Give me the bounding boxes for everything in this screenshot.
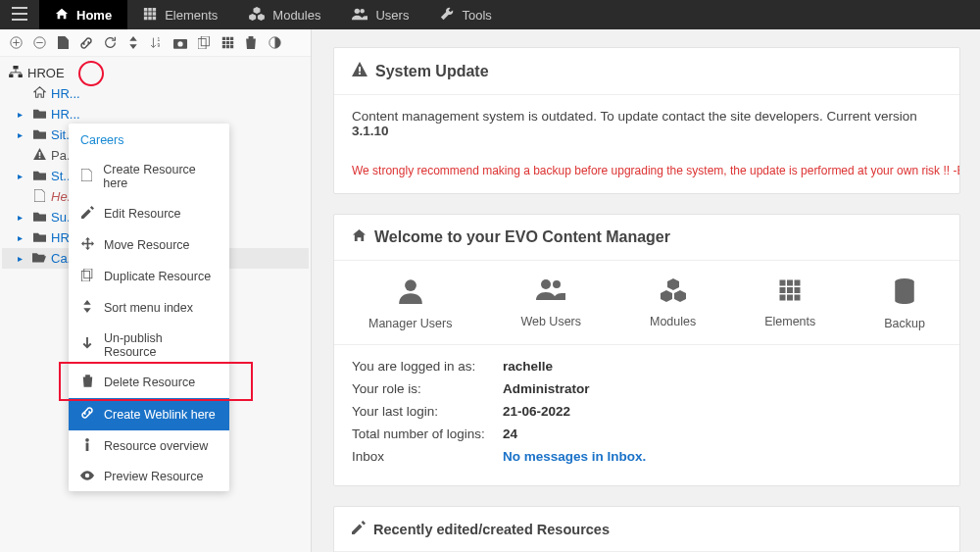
context-resource-overview[interactable]: Resource overview bbox=[69, 430, 229, 462]
version-number: 3.1.10 bbox=[352, 124, 389, 138]
tree-item[interactable]: HR... bbox=[2, 83, 309, 104]
main-content: System Update Content management system … bbox=[312, 29, 980, 552]
home-icon bbox=[352, 228, 367, 246]
expand-icon[interactable] bbox=[6, 33, 25, 53]
expand-arrow-icon[interactable]: ▸ bbox=[18, 171, 27, 181]
dash-modules[interactable]: Modules bbox=[650, 278, 696, 330]
context-item-label: Create Weblink here bbox=[104, 408, 216, 422]
svg-rect-8 bbox=[198, 38, 206, 49]
new-file-icon[interactable] bbox=[53, 33, 73, 53]
context-move-resource[interactable]: Move Resource bbox=[69, 229, 229, 261]
warning-icon bbox=[352, 62, 368, 80]
camera-icon[interactable] bbox=[171, 33, 190, 53]
dash-backup[interactable]: Backup bbox=[884, 278, 925, 330]
expand-arrow-icon[interactable]: ▸ bbox=[18, 129, 27, 140]
copy-icon[interactable] bbox=[194, 33, 214, 53]
db-icon bbox=[884, 278, 925, 311]
sort-icon[interactable] bbox=[123, 33, 143, 53]
panel-title: Recently edited/created Resources bbox=[373, 522, 610, 537]
tree-root-label: HROE bbox=[27, 66, 65, 80]
context-item-label: Sort menu index bbox=[104, 301, 193, 315]
link-icon[interactable] bbox=[76, 33, 96, 53]
info-icon bbox=[80, 438, 94, 454]
file-icon bbox=[80, 169, 93, 184]
tree-item[interactable]: ▸HR... bbox=[2, 104, 309, 125]
cubes-icon bbox=[650, 278, 696, 309]
nav-home[interactable]: Home bbox=[39, 0, 127, 29]
info-row: Your role is:Administrator bbox=[352, 381, 942, 396]
info-row: You are logged in as:rachelle bbox=[352, 359, 942, 374]
sidebar: 19 HROE HR...▸HR...▸Sit...Pa...▸St...He.… bbox=[0, 29, 312, 552]
svg-rect-22 bbox=[359, 73, 361, 75]
move-icon bbox=[80, 237, 94, 253]
info-key: Your last login: bbox=[352, 404, 503, 419]
context-un-publish-resource[interactable]: Un-publish Resource bbox=[69, 324, 229, 367]
context-preview-resource[interactable]: Preview Resource bbox=[69, 462, 229, 491]
context-item-label: Resource overview bbox=[104, 439, 208, 453]
expand-arrow-icon[interactable]: ▸ bbox=[18, 109, 27, 120]
info-value: 24 bbox=[503, 427, 517, 441]
nav-label: Home bbox=[76, 8, 112, 23]
dash-label: Manager Users bbox=[368, 317, 452, 330]
link-icon bbox=[80, 406, 94, 423]
context-create-weblink-here[interactable]: Create Weblink here bbox=[69, 398, 229, 430]
info-row: InboxNo messages in Inbox. bbox=[352, 449, 942, 464]
folder-open-icon bbox=[31, 252, 47, 266]
context-item-label: Delete Resource bbox=[104, 376, 195, 389]
grid-icon[interactable] bbox=[218, 33, 237, 53]
nav-label: Elements bbox=[165, 8, 218, 23]
sitemap-icon bbox=[8, 66, 24, 80]
wrench-icon bbox=[440, 7, 454, 24]
svg-text:9: 9 bbox=[157, 43, 160, 48]
info-key: Total number of logins: bbox=[352, 427, 503, 441]
tree-toolbar: 19 bbox=[0, 29, 311, 57]
refresh-icon[interactable] bbox=[100, 33, 120, 53]
context-sort-menu-index[interactable]: Sort menu index bbox=[69, 292, 229, 324]
dash-web-users[interactable]: Web Users bbox=[520, 278, 581, 330]
nav-label: Tools bbox=[462, 8, 491, 23]
context-duplicate-resource[interactable]: Duplicate Resource bbox=[69, 261, 229, 292]
nav-users[interactable]: Users bbox=[336, 0, 424, 29]
nav-modules[interactable]: Modules bbox=[233, 0, 336, 29]
grid-icon bbox=[143, 7, 157, 24]
context-delete-resource[interactable]: Delete Resource bbox=[69, 367, 229, 398]
nav-tools[interactable]: Tools bbox=[424, 0, 507, 29]
home-o-icon bbox=[31, 86, 47, 101]
panel-title: Welcome to your EVO Content Manager bbox=[374, 228, 670, 246]
info-value[interactable]: No messages in Inbox. bbox=[503, 449, 646, 464]
context-create-resource-here[interactable]: Create Resource here bbox=[69, 155, 229, 198]
nav-elements[interactable]: Elements bbox=[127, 0, 233, 29]
cubes-icon bbox=[249, 7, 265, 24]
tree-root[interactable]: HROE bbox=[2, 63, 309, 83]
edit-icon bbox=[352, 521, 366, 537]
recent-panel: Recently edited/created Resources ID TIT… bbox=[333, 506, 960, 552]
sort-num-icon[interactable]: 19 bbox=[147, 33, 167, 53]
svg-rect-11 bbox=[13, 66, 18, 69]
eye-icon bbox=[80, 470, 94, 483]
folder-icon bbox=[31, 211, 47, 225]
welcome-panel: Welcome to your EVO Content Manager Mana… bbox=[333, 214, 960, 486]
svg-point-1 bbox=[361, 9, 365, 13]
expand-arrow-icon[interactable]: ▸ bbox=[18, 232, 27, 243]
expand-arrow-icon[interactable]: ▸ bbox=[18, 212, 27, 223]
folder-icon bbox=[31, 170, 47, 183]
warn-icon bbox=[31, 148, 47, 163]
trash-icon bbox=[80, 375, 94, 390]
collapse-icon[interactable] bbox=[29, 33, 49, 53]
expand-arrow-icon[interactable]: ▸ bbox=[18, 253, 27, 264]
context-item-label: Create Resource here bbox=[103, 163, 218, 190]
info-value: Administrator bbox=[503, 381, 590, 396]
dash-manager-users[interactable]: Manager Users bbox=[368, 278, 452, 330]
trash-icon[interactable] bbox=[241, 33, 261, 53]
contrast-icon[interactable] bbox=[265, 33, 284, 53]
dash-label: Backup bbox=[884, 317, 925, 330]
menu-toggle[interactable] bbox=[0, 7, 39, 24]
svg-rect-17 bbox=[84, 269, 92, 278]
nav-label: Modules bbox=[272, 8, 320, 23]
context-item-label: Duplicate Resource bbox=[104, 270, 211, 283]
svg-point-24 bbox=[541, 279, 551, 289]
info-value: rachelle bbox=[503, 359, 553, 374]
dash-elements[interactable]: Elements bbox=[764, 278, 815, 330]
context-edit-resource[interactable]: Edit Resource bbox=[69, 198, 229, 229]
svg-rect-15 bbox=[38, 157, 40, 159]
